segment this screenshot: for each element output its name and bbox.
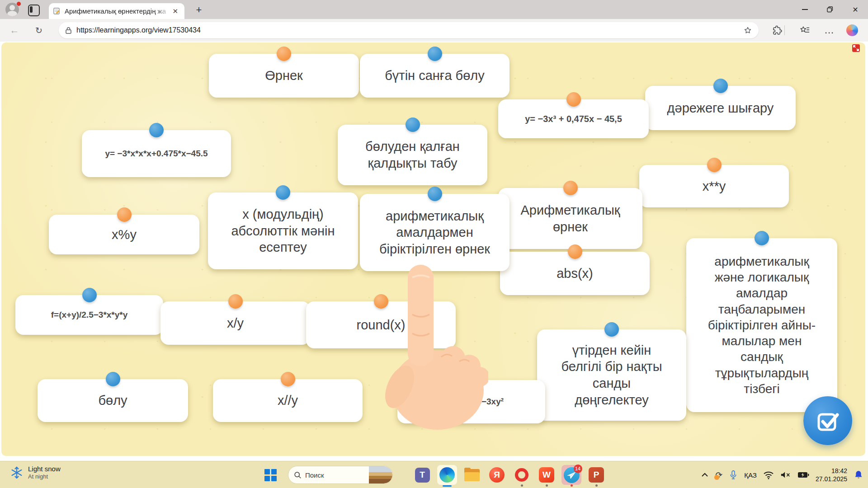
game-card-11[interactable]: abs(x)	[500, 252, 650, 295]
card-text: бөлуден қалған қалдықты табу	[365, 138, 460, 171]
game-card-0[interactable]: Өрнек	[209, 54, 359, 98]
taskbar-app-wps[interactable]: W	[537, 465, 557, 485]
maximize-button[interactable]	[817, 0, 843, 19]
game-card-17[interactable]: бөлу	[38, 379, 188, 422]
weather-widget[interactable]: Light snow At night	[10, 465, 61, 480]
blue-pin-icon	[106, 372, 120, 386]
card-text: арифметикалық амалдармен біріктірілген ө…	[379, 208, 490, 258]
volume-muted-icon[interactable]	[780, 471, 791, 479]
orange-pin-icon	[563, 181, 578, 195]
taskbar: Light snow At night Поиск T Я W 14 P ⟳	[0, 461, 868, 488]
new-tab-button[interactable]: +	[192, 4, 206, 16]
game-card-19[interactable]: = (x+y):2,5−3xy²	[397, 380, 545, 423]
search-icon	[294, 471, 302, 479]
yandex-icon: Я	[489, 467, 505, 483]
wifi-icon[interactable]	[763, 471, 774, 479]
telegram-running-dot	[571, 484, 573, 487]
game-card-13[interactable]: f=(x+y)/2.5−3*x*y*y	[15, 295, 163, 335]
game-card-14[interactable]: x/y	[160, 301, 310, 345]
game-card-1[interactable]: бүтін санға бөлу	[360, 54, 509, 98]
orange-pin-icon	[707, 158, 722, 172]
powerpoint-running-dot	[595, 484, 598, 487]
orange-pin-icon	[281, 372, 295, 386]
opera-running-dot	[521, 484, 523, 487]
taskbar-app-powerpoint[interactable]: P	[586, 465, 606, 485]
edge-active-indicator	[443, 485, 452, 487]
blue-pin-icon	[428, 47, 442, 61]
search-input[interactable]: Поиск	[288, 466, 393, 484]
address-bar[interactable]: https://learningapps.org/view17530434	[59, 22, 759, 38]
browser-tab[interactable]: Арифметикалық өрнектердің жа ✕	[49, 3, 184, 19]
lock-icon	[65, 27, 72, 34]
start-button[interactable]	[264, 469, 277, 481]
tab-favicon-icon	[53, 7, 61, 15]
game-card-3[interactable]: дәрежеге шығару	[645, 86, 796, 130]
snowflake-icon	[10, 466, 24, 479]
game-card-9[interactable]: арифметикалық амалдармен біріктірілген ө…	[360, 194, 509, 271]
search-label: Поиск	[305, 471, 369, 479]
url-text: https://learningapps.org/view17530434	[76, 26, 743, 34]
close-button[interactable]: ✕	[843, 0, 868, 19]
language-indicator[interactable]: ҚАЗ	[744, 471, 757, 479]
blue-pin-icon	[428, 187, 442, 201]
tray-chevron-icon[interactable]	[701, 472, 709, 478]
workspaces-icon[interactable]	[28, 5, 40, 16]
weather-condition: Light snow	[28, 465, 61, 473]
taskbar-app-teams[interactable]: T	[412, 465, 432, 485]
microphone-icon[interactable]	[729, 469, 738, 480]
refresh-icon[interactable]: ↻	[30, 19, 48, 42]
game-card-2[interactable]: y= −3x³ + 0,475x − 45,5	[498, 99, 649, 138]
battery-icon[interactable]	[797, 471, 809, 479]
taskbar-app-yandex[interactable]: Я	[487, 465, 507, 485]
search-highlight-image[interactable]	[369, 466, 392, 483]
card-text: x (модульдің) абсолюттік мәнін есептеу	[231, 206, 335, 256]
taskbar-app-edge[interactable]	[437, 465, 457, 485]
tab-title: Арифметикалық өрнектердің жа	[65, 7, 170, 15]
favorites-bar-icon[interactable]	[799, 19, 810, 42]
game-card-5[interactable]: бөлуден қалған қалдықты табу	[338, 125, 487, 185]
game-card-12[interactable]: арифметикалық және логикалық амалдар таң…	[686, 238, 837, 412]
check-answers-button[interactable]	[803, 396, 852, 445]
game-card-7[interactable]: x (модульдің) абсолюттік мәнін есептеу	[208, 192, 358, 269]
game-card-16[interactable]: үтірден кейін белгілі бір нақты санды дө…	[537, 329, 686, 421]
card-text: бүтін санға бөлу	[385, 67, 484, 84]
game-card-15[interactable]: round(x)	[306, 301, 456, 348]
fullscreen-exit-icon[interactable]	[852, 44, 860, 52]
card-text: Арифметикалық өрнек	[520, 202, 620, 235]
card-text: арифметикалық және логикалық амалдар таң…	[708, 253, 816, 397]
game-card-10[interactable]: x%y	[49, 215, 199, 254]
tab-close-icon[interactable]: ✕	[170, 6, 180, 16]
card-text: бөлу	[98, 392, 127, 409]
minimize-button[interactable]	[792, 0, 817, 19]
game-card-4[interactable]: y= −3*x*x*x+0.475*x−45.5	[82, 130, 231, 177]
telegram-icon: 14	[564, 467, 580, 483]
card-text: үтірден кейін белгілі бір нақты санды дө…	[561, 342, 662, 408]
notification-bell-icon[interactable]	[854, 469, 863, 480]
more-menu-icon[interactable]: …	[824, 19, 835, 42]
back-icon[interactable]: ←	[5, 19, 24, 42]
blue-pin-icon	[604, 322, 619, 337]
game-card-8[interactable]: Арифметикалық өрнек	[498, 188, 642, 249]
orange-pin-icon	[117, 207, 132, 222]
blue-pin-icon	[755, 231, 769, 245]
opera-icon	[515, 468, 528, 482]
copilot-icon[interactable]	[846, 19, 858, 42]
taskbar-app-opera[interactable]	[512, 465, 532, 485]
card-text: f=(x+y)/2.5−3*x*y*y	[51, 310, 128, 320]
blue-pin-icon	[276, 185, 290, 200]
blue-pin-icon	[713, 79, 728, 93]
favorite-star-icon[interactable]	[743, 26, 752, 35]
weather-time: At night	[28, 473, 61, 480]
powerpoint-icon: P	[589, 467, 604, 483]
game-card-18[interactable]: x//y	[213, 379, 363, 422]
game-card-6[interactable]: x**y	[639, 165, 789, 207]
check-icon	[815, 408, 841, 434]
taskbar-app-explorer[interactable]	[462, 465, 482, 485]
taskbar-app-telegram[interactable]: 14	[561, 465, 581, 485]
blue-pin-icon	[406, 117, 420, 132]
clock-date: 27.01.2025	[816, 475, 847, 483]
clock[interactable]: 18:42 27.01.2025	[816, 467, 847, 483]
sync-icon[interactable]: ⟳	[715, 470, 722, 480]
browser-toolbar: ← ↻ https://learningapps.org/view1753043…	[0, 19, 868, 42]
orange-pin-icon	[277, 47, 291, 61]
